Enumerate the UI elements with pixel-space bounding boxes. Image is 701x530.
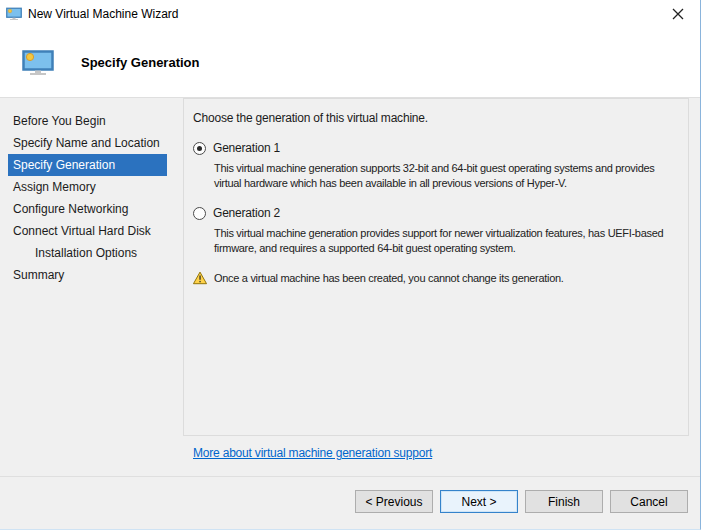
vm-monitor-icon xyxy=(6,7,22,21)
warning-icon xyxy=(192,271,208,285)
cancel-button[interactable]: Cancel xyxy=(610,490,688,513)
sidebar-item-specify-name-location[interactable]: Specify Name and Location xyxy=(8,132,167,154)
generation2-option: Generation 2 This virtual machine genera… xyxy=(193,206,680,256)
generation1-radio-row[interactable]: Generation 1 xyxy=(193,141,680,155)
generation2-description: This virtual machine generation provides… xyxy=(214,226,680,256)
wizard-body: Before You Begin Specify Name and Locati… xyxy=(0,98,700,476)
warning-text: Once a virtual machine has been created,… xyxy=(214,271,564,284)
page-title: Specify Generation xyxy=(81,55,199,70)
sidebar-item-summary[interactable]: Summary xyxy=(8,264,167,286)
wizard-steps-sidebar: Before You Begin Specify Name and Locati… xyxy=(0,98,183,476)
previous-button[interactable]: < Previous xyxy=(355,490,433,513)
sidebar-item-configure-networking[interactable]: Configure Networking xyxy=(8,198,167,220)
generation1-label: Generation 1 xyxy=(213,141,280,155)
footer-button-bar: < Previous Next > Finish Cancel xyxy=(0,476,700,529)
content-pane: Choose the generation of this virtual ma… xyxy=(183,98,689,436)
radio-button-generation1[interactable] xyxy=(193,142,206,155)
more-about-generation-link[interactable]: More about virtual machine generation su… xyxy=(193,446,432,460)
sidebar-item-connect-vhd[interactable]: Connect Virtual Hard Disk xyxy=(8,220,167,242)
vm-monitor-icon-large xyxy=(22,50,54,76)
close-button[interactable] xyxy=(656,0,700,28)
generation2-radio-row[interactable]: Generation 2 xyxy=(193,206,680,220)
sidebar-item-installation-options[interactable]: Installation Options xyxy=(8,242,167,264)
wizard-window: New Virtual Machine Wizard Specify Gener… xyxy=(0,0,701,530)
generation1-option: Generation 1 This virtual machine genera… xyxy=(193,141,680,191)
warning-row: Once a virtual machine has been created,… xyxy=(193,271,680,285)
radio-button-generation2[interactable] xyxy=(193,207,206,220)
intro-text: Choose the generation of this virtual ma… xyxy=(193,111,680,125)
next-button[interactable]: Next > xyxy=(440,490,518,513)
sidebar-item-before-you-begin[interactable]: Before You Begin xyxy=(8,110,167,132)
sidebar-item-specify-generation[interactable]: Specify Generation xyxy=(8,154,167,176)
finish-button[interactable]: Finish xyxy=(525,490,603,513)
close-icon xyxy=(672,8,684,20)
wizard-header: Specify Generation xyxy=(0,28,700,98)
titlebar: New Virtual Machine Wizard xyxy=(0,0,700,28)
window-title: New Virtual Machine Wizard xyxy=(28,7,179,21)
content-column: Choose the generation of this virtual ma… xyxy=(183,98,700,476)
sidebar-item-assign-memory[interactable]: Assign Memory xyxy=(8,176,167,198)
generation1-description: This virtual machine generation supports… xyxy=(214,161,680,191)
generation2-label: Generation 2 xyxy=(213,206,280,220)
